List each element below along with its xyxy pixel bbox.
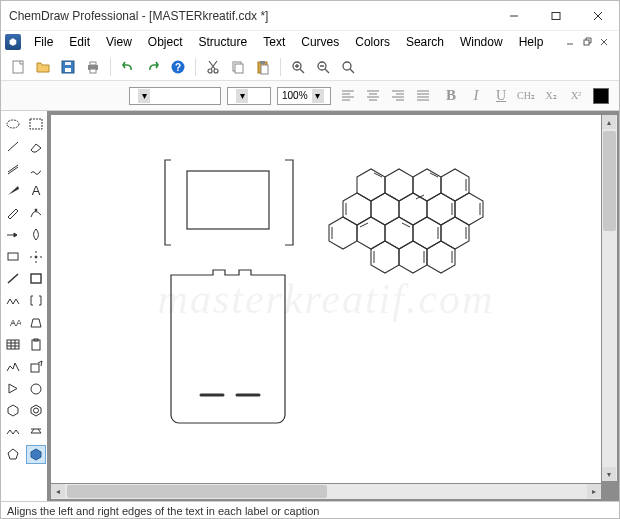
paste-button[interactable] [252, 56, 274, 78]
svg-point-18 [214, 69, 218, 73]
copy-button[interactable] [227, 56, 249, 78]
lasso-tool[interactable] [3, 115, 23, 134]
menu-colors[interactable]: Colors [348, 33, 397, 51]
menu-window[interactable]: Window [453, 33, 510, 51]
scroll-right-arrow[interactable]: ▸ [587, 484, 601, 498]
subscript-button[interactable]: X₂ [540, 86, 562, 106]
svg-rect-10 [65, 68, 71, 72]
orbital-tool[interactable] [26, 225, 46, 244]
mdi-close-button[interactable] [597, 36, 611, 48]
zoom-in-button[interactable] [287, 56, 309, 78]
arrow-tool[interactable] [3, 225, 23, 244]
zoom-out-button[interactable] [312, 56, 334, 78]
chemical-symbol-tool[interactable] [26, 247, 46, 266]
menu-structure[interactable]: Structure [192, 33, 255, 51]
svg-line-64 [402, 223, 410, 227]
wedge-tool[interactable] [3, 181, 23, 200]
font-combo[interactable]: ▾ [129, 87, 221, 105]
align-center-button[interactable] [362, 86, 384, 106]
toolbox: A AA [1, 111, 47, 501]
align-right-button[interactable] [387, 86, 409, 106]
play-tool[interactable] [3, 379, 23, 398]
scroll-thumb-horizontal[interactable] [67, 485, 327, 498]
bracket-tool[interactable] [26, 291, 46, 310]
maximize-button[interactable] [535, 1, 577, 30]
double-bond-tool[interactable] [3, 159, 23, 178]
svg-text:A: A [32, 183, 41, 198]
template-tool[interactable] [26, 445, 46, 464]
minimize-button[interactable] [493, 1, 535, 30]
wavy-bond-tool[interactable] [26, 159, 46, 178]
marquee-tool[interactable] [26, 115, 46, 134]
cut-button[interactable] [202, 56, 224, 78]
svg-line-29 [8, 142, 18, 151]
atom-label-tool[interactable]: AA [3, 313, 23, 332]
italic-button[interactable]: I [465, 86, 487, 106]
svg-point-50 [31, 384, 41, 394]
clipboard-tool[interactable] [26, 335, 46, 354]
formula-button[interactable]: CH₂ [515, 86, 537, 106]
hexagon-tool[interactable] [3, 401, 23, 420]
mdi-restore-button[interactable] [580, 36, 594, 48]
menu-search[interactable]: Search [399, 33, 451, 51]
vertical-scrollbar[interactable]: ▴ ▾ [602, 115, 617, 481]
undo-button[interactable] [117, 56, 139, 78]
circle-tool[interactable] [26, 379, 46, 398]
close-button[interactable] [577, 1, 619, 30]
benzene-tool[interactable] [26, 401, 46, 420]
rectangle-tool[interactable] [3, 247, 23, 266]
align-left-button[interactable] [337, 86, 359, 106]
underline-button[interactable]: U [490, 86, 512, 106]
print-button[interactable] [82, 56, 104, 78]
flip-tool[interactable] [26, 423, 46, 442]
align-justify-button[interactable] [412, 86, 434, 106]
mdi-minimize-button[interactable] [563, 36, 577, 48]
mass-tool[interactable] [26, 313, 46, 332]
svg-rect-11 [65, 62, 71, 65]
pentagon-tool[interactable] [3, 445, 23, 464]
zoom-fit-button[interactable] [337, 56, 359, 78]
menu-view[interactable]: View [99, 33, 139, 51]
pen-tool[interactable] [3, 203, 23, 222]
box-tool[interactable] [26, 269, 46, 288]
status-text: Aligns the left and right edges of the t… [7, 505, 319, 517]
bold-button[interactable]: B [440, 86, 462, 106]
reaction-tool[interactable] [3, 357, 23, 376]
help-button[interactable]: ? [167, 56, 189, 78]
redo-button[interactable] [142, 56, 164, 78]
chevron-down-icon: ▾ [236, 89, 248, 103]
fragment-tool[interactable] [3, 423, 23, 442]
zoom-combo[interactable]: 100%▾ [277, 87, 331, 105]
chain-tool[interactable] [3, 291, 23, 310]
svg-rect-1 [552, 12, 560, 19]
menu-text[interactable]: Text [256, 33, 292, 51]
save-button[interactable] [57, 56, 79, 78]
curve-tool[interactable] [26, 203, 46, 222]
menu-bar: ⬢ File Edit View Object Structure Text C… [1, 31, 619, 53]
color-swatch[interactable] [593, 88, 609, 104]
line-tool[interactable] [3, 269, 23, 288]
menu-curves[interactable]: Curves [294, 33, 346, 51]
fontsize-combo[interactable]: ▾ [227, 87, 271, 105]
scroll-up-arrow[interactable]: ▴ [602, 115, 616, 129]
svg-line-37 [8, 274, 18, 283]
superscript-button[interactable]: X² [565, 86, 587, 106]
bond-tool[interactable] [3, 137, 23, 156]
menu-help[interactable]: Help [512, 33, 551, 51]
export-tool[interactable] [26, 357, 46, 376]
menu-object[interactable]: Object [141, 33, 190, 51]
scroll-left-arrow[interactable]: ◂ [51, 484, 65, 498]
scroll-thumb-vertical[interactable] [603, 131, 616, 231]
horizontal-scrollbar[interactable]: ◂ ▸ [51, 484, 601, 499]
table-tool[interactable] [3, 335, 23, 354]
new-button[interactable] [7, 56, 29, 78]
menu-file[interactable]: File [27, 33, 60, 51]
menu-edit[interactable]: Edit [62, 33, 97, 51]
drawing-canvas[interactable]: masterkreatif.com [51, 115, 601, 483]
window-controls [493, 1, 619, 30]
svg-point-36 [35, 256, 37, 258]
text-tool[interactable]: A [26, 181, 46, 200]
open-button[interactable] [32, 56, 54, 78]
scroll-down-arrow[interactable]: ▾ [602, 467, 616, 481]
eraser-tool[interactable] [26, 137, 46, 156]
